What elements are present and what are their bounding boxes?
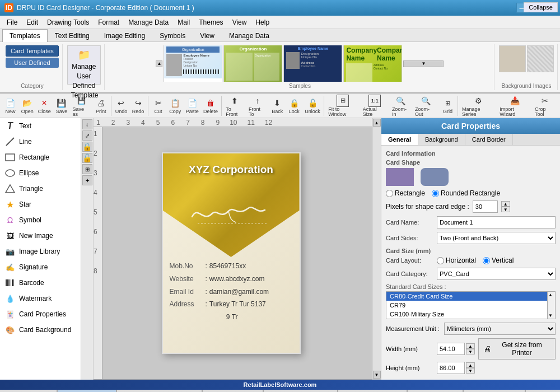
text-icon: T	[4, 120, 16, 132]
menu-drawing-tools[interactable]: Drawing Tools	[43, 17, 94, 28]
width-input[interactable]	[437, 343, 465, 355]
scroll-down-button[interactable]: ▼	[373, 371, 381, 379]
scroll-up-button[interactable]: ▲	[373, 119, 381, 127]
size-item-cr100[interactable]: CR100-Military Size	[386, 310, 547, 319]
height-row: Height (mm) ▲ ▼	[386, 362, 556, 374]
pixels-row: Pixels for shape card edge : ▲ ▼	[386, 200, 556, 213]
tb-grid-button[interactable]: ⊞ Grid	[440, 95, 456, 116]
tb-open-button[interactable]: 📂 Open	[19, 95, 35, 116]
menu-help[interactable]: Help	[251, 17, 274, 28]
radio-rounded-rectangle[interactable]: Rounded Rectangle	[432, 189, 500, 197]
left-item-new-image[interactable]: 🖼 New Image	[0, 228, 81, 244]
sample-item-4[interactable]: Company Name Company Name Address Contac…	[343, 45, 402, 82]
left-item-text[interactable]: T Text	[0, 118, 81, 134]
tab-view[interactable]: View	[193, 29, 222, 42]
cp-tab-card-border[interactable]: Card Border	[465, 134, 513, 145]
tb-fit-window-button[interactable]: ⊞ Fit to Window	[326, 94, 360, 118]
tb-cut-button[interactable]: ✂ Cut	[150, 95, 166, 116]
size-item-cr79[interactable]: CR79	[386, 301, 547, 310]
tb-zoom-out-button[interactable]: 🔍 Zoom-Out	[413, 94, 439, 118]
left-item-watermark[interactable]: 💧 Watermark	[0, 291, 81, 306]
menu-view[interactable]: View	[228, 17, 251, 28]
menu-format[interactable]: Format	[94, 17, 124, 28]
tab-text-editing[interactable]: Text Editing	[48, 29, 97, 42]
tb-import-wizard-button[interactable]: 📥 Import Wizard	[497, 94, 532, 118]
tb-zoom-in-button[interactable]: 🔍 Zoom-In	[390, 94, 412, 118]
sample-item-2[interactable]: Organization Organization	[223, 45, 282, 82]
tb-to-front-button[interactable]: ⬆ To Front	[223, 94, 246, 118]
left-item-triangle[interactable]: Triangle	[0, 181, 81, 197]
left-item-symbol[interactable]: Ω Symbol	[0, 212, 81, 228]
tb-copy-button[interactable]: 📋 Copy	[167, 95, 183, 116]
shape-rounded-preview	[421, 168, 449, 186]
tb-undo-button[interactable]: ↩ Undo	[113, 95, 129, 116]
tb-actual-size-button[interactable]: 1:1 Actual Size	[361, 94, 389, 118]
pixels-input[interactable]	[473, 200, 498, 213]
left-item-signature[interactable]: ✍ Signature	[0, 259, 81, 275]
cp-tab-general[interactable]: General	[381, 134, 418, 145]
radio-rectangle[interactable]: Rectangle	[386, 189, 425, 197]
card-sides-select[interactable]: Two (Front and Back) One (Front Only)	[437, 232, 556, 244]
sample-item-1[interactable]: Organization Employee Name Position Desi…	[164, 45, 222, 82]
width-spin-up[interactable]: ▲	[466, 343, 475, 349]
size-item-cr80[interactable]: CR80-Credit Card Size	[386, 292, 547, 301]
pixels-spin-up[interactable]: ▲	[501, 201, 510, 207]
menu-themes[interactable]: Themes	[194, 17, 227, 28]
menu-file[interactable]: File	[2, 17, 22, 28]
sample-item-3[interactable]: Employee Name Designation Unique No. Add…	[283, 45, 342, 82]
get-size-button[interactable]: 🖨 Get size from Printer	[478, 338, 556, 360]
radio-vertical[interactable]: Vertical	[483, 256, 514, 264]
tb-new-button[interactable]: 📄 New	[2, 95, 18, 116]
tb-close-button[interactable]: ✕ Close	[36, 95, 53, 116]
canvas-inner: XYZ Corporation Mob.No : 85469715xx	[90, 127, 372, 379]
card-templates-button[interactable]: Card Templates	[6, 45, 59, 57]
tab-image-editing[interactable]: Image Editing	[97, 29, 152, 42]
samples-scroll-down[interactable]: ▼	[403, 60, 444, 67]
bg-thumb-2[interactable]	[527, 45, 554, 72]
height-input[interactable]	[437, 362, 465, 374]
tb-crop-tool-button[interactable]: ✂ Crop Tool	[533, 94, 558, 118]
tb-lock-button[interactable]: 🔒 Lock	[286, 95, 302, 116]
tab-templates[interactable]: Templates	[2, 29, 48, 42]
menu-mail[interactable]: Mail	[173, 17, 194, 28]
left-item-ellipse[interactable]: Ellipse	[0, 165, 81, 181]
tab-symbols[interactable]: Symbols	[152, 29, 193, 42]
samples-label: Samples	[289, 82, 311, 89]
tb-paste-button[interactable]: 📄 Paste	[184, 95, 200, 116]
tb-front-to-button[interactable]: ↑ Front To	[246, 94, 269, 118]
measurement-select[interactable]: Milimeters (mm) Inches (in) Pixels (px)	[444, 323, 556, 335]
cp-tab-background[interactable]: Background	[418, 134, 465, 145]
width-spin-down[interactable]: ▼	[466, 349, 475, 354]
tb-save-button[interactable]: 💾 Save	[53, 95, 69, 116]
left-item-rectangle[interactable]: Rectangle	[0, 150, 81, 165]
app-icon: ID	[4, 3, 13, 12]
bg-thumb-1[interactable]	[499, 45, 526, 72]
pixels-spin-down[interactable]: ▼	[501, 207, 510, 212]
card-name-input[interactable]	[437, 216, 556, 228]
tb-unlock-button[interactable]: 🔓 Unlock	[303, 95, 322, 116]
height-spin-up[interactable]: ▲	[466, 362, 475, 368]
left-item-star[interactable]: ★ Star	[0, 197, 81, 212]
manage-user-defined-button[interactable]: 📁 Manage User Defined Template	[67, 45, 101, 85]
user-defined-button[interactable]: User Defined	[6, 58, 59, 68]
tab-manage-data[interactable]: Manage Data	[222, 29, 277, 42]
card-category-select[interactable]: PVC_Card Paper_Card	[437, 268, 556, 280]
menu-manage-data[interactable]: Manage Data	[124, 17, 173, 28]
left-item-card-background[interactable]: 🎨 Card Background	[0, 322, 81, 338]
redo-icon: ↪	[132, 97, 144, 109]
collapse-button[interactable]: Collapse	[524, 2, 558, 12]
tb-back-button[interactable]: ⬇ Back	[269, 95, 286, 116]
tb-redo-button[interactable]: ↪ Redo	[130, 95, 146, 116]
tb-delete-button[interactable]: 🗑 Delete	[201, 95, 220, 116]
samples-scroll-up[interactable]: ▲	[156, 60, 162, 67]
tb-manage-series-button[interactable]: ⚙ Manage Series	[460, 94, 497, 118]
height-spin-down[interactable]: ▼	[466, 368, 475, 374]
radio-horizontal[interactable]: Horizontal	[437, 256, 476, 264]
left-item-image-library[interactable]: 📷 Image Library	[0, 244, 81, 259]
sizes-scroll-down[interactable]: ▼	[548, 313, 554, 318]
left-item-line[interactable]: Line	[0, 134, 81, 150]
left-item-card-properties[interactable]: 🃏 Card Properties	[0, 306, 81, 322]
menu-edit[interactable]: Edit	[22, 17, 43, 28]
left-item-barcode[interactable]: Barcode	[0, 275, 81, 291]
sizes-scroll-up[interactable]: ▲	[548, 292, 554, 297]
